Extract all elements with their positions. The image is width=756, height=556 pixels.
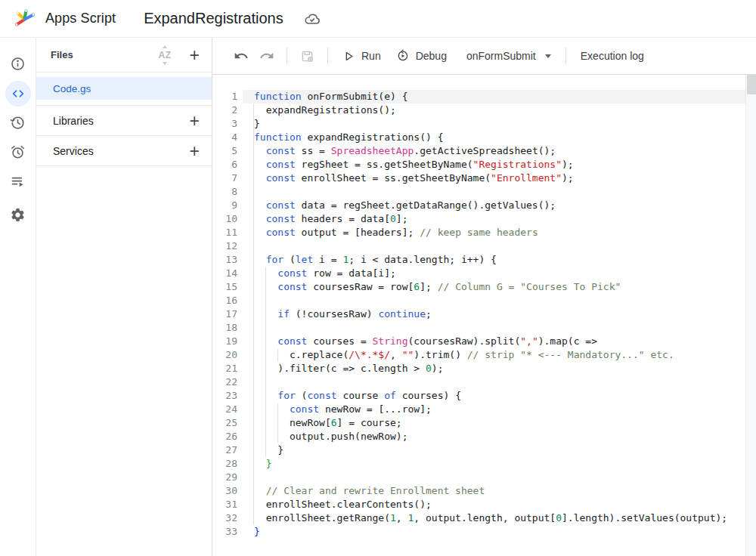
line-number[interactable]: 27 — [212, 443, 237, 457]
code-line[interactable]: 8 — [212, 185, 745, 199]
debug-button[interactable]: Debug — [389, 45, 454, 67]
execution-log-button[interactable]: Execution log — [573, 45, 652, 66]
line-number[interactable]: 3 — [212, 117, 237, 131]
code-line[interactable]: 29 — [212, 471, 745, 484]
code-line[interactable]: 7 const enrollSheet = ss.getSheetByName(… — [212, 171, 745, 185]
line-number[interactable]: 14 — [212, 267, 237, 280]
line-number[interactable]: 13 — [212, 253, 237, 267]
line-number[interactable]: 1 — [212, 90, 237, 103]
code-line[interactable]: 25 newRow[6] = course; — [212, 416, 745, 430]
line-number[interactable]: 18 — [212, 321, 237, 335]
rail-item-triggers[interactable] — [0, 137, 36, 167]
editor-pane: Run Debug onFormSubmit Execution lo — [212, 38, 756, 556]
line-number[interactable]: 9 — [212, 199, 237, 212]
add-library-button[interactable]: + — [188, 113, 201, 128]
line-number[interactable]: 16 — [212, 294, 237, 307]
app-name[interactable]: Apps Script — [45, 11, 116, 26]
code-line[interactable]: 14 const row = data[i]; — [212, 267, 745, 280]
line-number[interactable]: 12 — [212, 239, 237, 253]
line-number[interactable]: 6 — [212, 158, 237, 171]
code-line[interactable]: 28 } — [212, 457, 745, 471]
toolbar-divider — [565, 48, 566, 64]
rail-item-editor[interactable] — [0, 79, 36, 108]
code-line[interactable]: 30 // Clear and rewrite Enrollment sheet — [212, 484, 745, 498]
code-line[interactable]: 31 enrollSheet.clearContents(); — [212, 498, 745, 511]
line-number[interactable]: 8 — [212, 185, 237, 199]
save-button[interactable] — [294, 45, 321, 68]
code-line[interactable]: 16 — [212, 294, 745, 307]
code-line[interactable]: 21 ).filter(c => c.length > 0); — [212, 362, 745, 375]
code-lines: 1function onFormSubmit(e) {2 expandRegis… — [212, 90, 745, 539]
code-text: c.replace(/\*.*$/, "").trim() // strip "… — [254, 348, 674, 362]
line-number[interactable]: 22 — [212, 375, 237, 389]
rail-item-executions[interactable] — [0, 167, 36, 196]
code-line[interactable]: 32 enrollSheet.getRange(1, 1, output.len… — [212, 511, 745, 525]
code-text: output.push(newRow); — [254, 430, 408, 443]
line-number[interactable]: 26 — [212, 430, 237, 443]
code-line[interactable]: 6 const regSheet = ss.getSheetByName("Re… — [212, 158, 745, 171]
code-line[interactable]: 20 c.replace(/\*.*$/, "").trim() // stri… — [212, 348, 745, 362]
line-number[interactable]: 5 — [212, 144, 237, 158]
redo-button[interactable] — [254, 45, 280, 67]
code-line[interactable]: 19 const courses = String(coursesRaw).sp… — [212, 335, 745, 348]
function-selector-dropdown[interactable]: onFormSubmit — [459, 45, 559, 66]
code-line[interactable]: 17 if (!coursesRaw) continue; — [212, 307, 745, 321]
line-number[interactable]: 29 — [212, 471, 237, 484]
code-line[interactable]: 12 — [212, 239, 745, 253]
rail-item-settings[interactable] — [0, 200, 36, 230]
code-text: if (!coursesRaw) continue; — [254, 307, 432, 321]
code-line[interactable]: 13 for (let i = 1; i < data.length; i++)… — [212, 253, 745, 267]
editor-scrollbar[interactable] — [745, 75, 756, 556]
line-number[interactable]: 30 — [212, 484, 237, 498]
line-number[interactable]: 32 — [212, 511, 237, 525]
line-number[interactable]: 19 — [212, 335, 237, 348]
code-line[interactable]: 22 — [212, 375, 745, 389]
code-line[interactable]: 15 const coursesRaw = row[6]; // Column … — [212, 280, 745, 294]
code-line[interactable]: 4function expandRegistrations() { — [212, 131, 745, 144]
scrollbar-thumb[interactable] — [747, 75, 756, 94]
add-file-button[interactable]: + — [188, 48, 201, 63]
save-icon — [299, 48, 315, 64]
line-number[interactable]: 7 — [212, 171, 237, 185]
code-line[interactable]: 24 const newRow = [...row]; — [212, 403, 745, 416]
line-number[interactable]: 20 — [212, 348, 237, 362]
code-line[interactable]: 23 for (const course of courses) { — [212, 389, 745, 403]
code-line[interactable]: 18 — [212, 321, 745, 335]
line-number[interactable]: 4 — [212, 131, 237, 144]
file-item-code-gs[interactable]: Code.gs — [36, 77, 212, 100]
line-number[interactable]: 17 — [212, 307, 237, 321]
line-number[interactable]: 28 — [212, 457, 237, 471]
code-line[interactable]: 26 output.push(newRow); — [212, 430, 745, 443]
code-line[interactable]: 3} — [212, 117, 745, 131]
add-service-button[interactable]: + — [188, 144, 201, 159]
line-number[interactable]: 15 — [212, 280, 237, 294]
rail-item-project-history[interactable] — [0, 108, 36, 137]
line-number[interactable]: 21 — [212, 362, 237, 375]
code-line[interactable]: 11 const output = [headers]; // keep sam… — [212, 226, 745, 239]
code-line[interactable]: 9 const data = regSheet.getDataRange().g… — [212, 199, 745, 212]
sort-down-arrow-icon — [163, 62, 167, 65]
line-number[interactable]: 33 — [212, 525, 237, 539]
line-number[interactable]: 2 — [212, 103, 237, 117]
project-title[interactable]: ExpandRegistrations — [144, 10, 284, 27]
code-line[interactable]: 5 const ss = SpreadsheetApp.getActiveSpr… — [212, 144, 745, 158]
code-line[interactable]: 27 } — [212, 443, 745, 457]
sort-files-button[interactable]: AZ — [156, 50, 174, 60]
code-line[interactable]: 10 const headers = data[0]; — [212, 212, 745, 226]
line-number[interactable]: 23 — [212, 389, 237, 403]
undo-button[interactable] — [228, 45, 254, 67]
run-button[interactable]: Run — [335, 45, 389, 67]
rail-item-overview[interactable] — [0, 49, 36, 79]
line-number[interactable]: 24 — [212, 403, 237, 416]
line-number[interactable]: 11 — [212, 226, 237, 239]
code-editor[interactable]: 1function onFormSubmit(e) {2 expandRegis… — [212, 75, 756, 556]
libraries-section[interactable]: Libraries + — [36, 106, 212, 136]
code-line[interactable]: 33} — [212, 525, 745, 539]
debug-label: Debug — [416, 50, 447, 62]
line-number[interactable]: 25 — [212, 416, 237, 430]
code-line[interactable]: 1function onFormSubmit(e) { — [212, 90, 745, 103]
line-number[interactable]: 10 — [212, 212, 237, 226]
services-section[interactable]: Services + — [36, 136, 212, 166]
line-number[interactable]: 31 — [212, 498, 237, 511]
code-line[interactable]: 2 expandRegistrations(); — [212, 103, 745, 117]
